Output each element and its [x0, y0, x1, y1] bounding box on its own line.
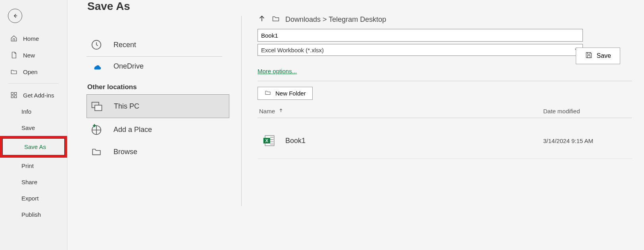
page-title: Save As: [87, 0, 241, 13]
nav-label: New: [23, 52, 35, 59]
loc-label: OneDrive: [113, 62, 144, 71]
other-locations-header: Other locations: [87, 76, 229, 94]
divider: [258, 81, 632, 81]
nav-share[interactable]: Share: [0, 174, 67, 190]
nav-label: Publish: [21, 211, 41, 218]
loc-thispc[interactable]: This PC: [87, 94, 229, 118]
excel-file-icon: X: [262, 134, 276, 147]
breadcrumb: Downloads > Telegram Desktop: [258, 14, 632, 25]
loc-label: Browse: [113, 148, 137, 156]
loc-recent[interactable]: Recent: [87, 33, 222, 57]
nav-publish[interactable]: Publish: [0, 206, 67, 223]
folder-icon: [264, 90, 271, 97]
loc-label: This PC: [114, 102, 139, 111]
save-icon: [585, 51, 593, 61]
filename-input[interactable]: [258, 29, 583, 42]
filetype-select[interactable]: Excel Workbook (*.xlsx): [258, 44, 583, 56]
column-date-label: Date modified: [543, 108, 580, 115]
file-row[interactable]: X Book1 3/14/2024 9:15 AM: [258, 118, 632, 159]
grid-icon: [10, 92, 17, 99]
home-icon: [10, 35, 17, 42]
column-name-label: Name: [259, 108, 275, 115]
column-date[interactable]: Date modified: [543, 108, 631, 115]
nav-label: Share: [21, 179, 37, 185]
file-icon: [10, 52, 17, 59]
save-label: Save: [597, 52, 611, 59]
file-date: 3/14/2024 9:15 AM: [543, 137, 631, 144]
new-folder-button[interactable]: New Folder: [258, 87, 313, 100]
clock-icon: [89, 39, 104, 51]
nav-open[interactable]: Open: [0, 63, 67, 80]
svg-rect-2: [11, 96, 13, 98]
filetype-value: Excel Workbook (*.xlsx): [261, 47, 324, 53]
file-panel: Downloads > Telegram Desktop Excel Workb…: [242, 0, 644, 250]
back-button[interactable]: [8, 9, 22, 23]
loc-addplace[interactable]: Add a Place: [87, 118, 229, 141]
nav-new[interactable]: New: [0, 47, 67, 63]
more-options-link[interactable]: More options...: [258, 68, 297, 74]
loc-browse[interactable]: Browse: [87, 141, 229, 162]
nav-home[interactable]: Home: [0, 30, 67, 47]
backstage-sidebar: Home New Open Get Add-ins Info Save Save…: [0, 0, 67, 250]
nav-addins[interactable]: Get Add-ins: [0, 87, 67, 103]
onedrive-icon: [89, 63, 104, 71]
nav-label: Info: [21, 108, 31, 115]
nav-label: Home: [23, 35, 39, 42]
nav-export[interactable]: Export: [0, 190, 67, 206]
save-button[interactable]: Save: [576, 48, 620, 64]
folder-icon: [271, 15, 281, 25]
nav-label: Save: [21, 124, 35, 131]
svg-rect-6: [95, 105, 102, 111]
nav-saveas[interactable]: Save As: [2, 138, 65, 155]
column-name[interactable]: Name: [259, 108, 543, 115]
folder-open-icon: [10, 68, 17, 75]
divider: [8, 83, 59, 84]
main-area: Save As Recent OneDrive Other locations: [67, 0, 644, 250]
new-folder-label: New Folder: [275, 90, 306, 97]
nav-label: Save As: [24, 143, 46, 150]
arrow-left-icon: [12, 12, 19, 19]
locations-panel: Recent OneDrive Other locations This PC: [87, 24, 241, 162]
loc-onedrive[interactable]: OneDrive: [87, 57, 229, 76]
svg-text:X: X: [265, 138, 269, 143]
folder-icon: [89, 147, 104, 157]
svg-rect-8: [587, 55, 590, 58]
nav-label: Print: [21, 162, 34, 169]
file-name: Book1: [276, 137, 543, 145]
nav-save[interactable]: Save: [0, 120, 67, 136]
breadcrumb-path[interactable]: Downloads > Telegram Desktop: [285, 15, 386, 24]
highlight-saveas: Save As: [0, 136, 67, 158]
up-button[interactable]: [258, 14, 266, 25]
loc-label: Recent: [113, 41, 136, 49]
svg-rect-1: [15, 92, 17, 94]
sort-asc-icon: [278, 108, 284, 115]
nav-info[interactable]: Info: [0, 103, 67, 120]
svg-rect-3: [15, 96, 17, 98]
nav-print[interactable]: Print: [0, 158, 67, 174]
nav-label: Export: [21, 195, 38, 202]
svg-rect-0: [11, 92, 13, 94]
globe-plus-icon: [89, 124, 104, 135]
loc-label: Add a Place: [113, 126, 152, 134]
nav-label: Open: [23, 69, 38, 75]
nav-label: Get Add-ins: [23, 92, 54, 99]
thispc-icon: [89, 100, 104, 112]
file-list-header: Name Date modified: [258, 100, 632, 118]
